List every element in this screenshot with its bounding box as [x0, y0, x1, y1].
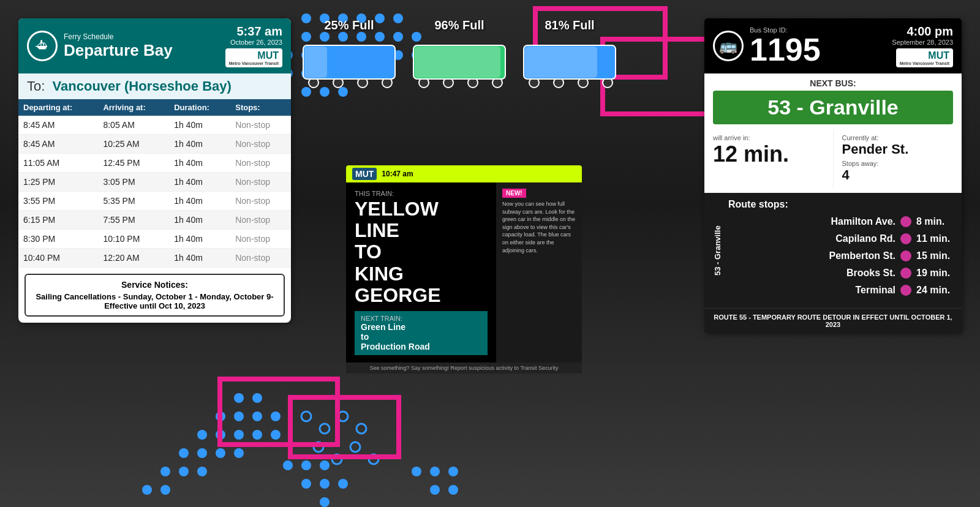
- subway-sign-panel: MUT 10:47 am THIS TRAIN: YELLOW LINETOKI…: [346, 165, 582, 374]
- mvt-logo-bus: MUT Metro Vancouver Transit: [896, 48, 953, 67]
- arrival-left: will arrive in: 12 min.: [704, 129, 834, 188]
- route-stop-dot: [900, 268, 911, 279]
- bus-stop-panel: 🚌 Bus Stop ID: 1195 4:00 pm September 28…: [704, 18, 962, 333]
- duration: 1h 40m: [169, 230, 230, 249]
- ferry-icon: ⛴: [27, 31, 58, 61]
- route-stop-item: Terminal 24 min.: [728, 285, 953, 296]
- stops-away-label: Stops away:: [842, 160, 954, 167]
- sign-new-badge: NEW!: [502, 189, 526, 198]
- route-stop-dot: [900, 233, 911, 244]
- route-stop-name: Capilano Rd.: [728, 233, 895, 244]
- route-stop-time: 15 min.: [916, 250, 953, 261]
- ferry-table-row: 6:15 PM 7:55 PM 1h 40m Non-stop: [18, 211, 291, 230]
- route-stop-name: Terminal: [728, 285, 895, 296]
- ferry-header: ⛴ Ferry Schedule Departure Bay 5:37 am O…: [18, 18, 291, 73]
- ferry-table-row: 3:55 PM 5:35 PM 1h 40m Non-stop: [18, 192, 291, 211]
- subway-sign-time: 10:47 am: [382, 170, 413, 178]
- stops: Non-stop: [230, 116, 291, 135]
- train-car-svg: [410, 36, 508, 91]
- ferry-to-label: To:: [27, 78, 45, 94]
- depart-time: 8:30 PM: [18, 230, 98, 249]
- bus-stop-number: 1195: [750, 34, 821, 66]
- route-stop-dot: [900, 250, 911, 261]
- stops-away-num: 4: [842, 167, 954, 183]
- train-car-2: 81% Full: [521, 18, 619, 94]
- sign-new-text: Now you can see how full subway cars are…: [502, 200, 576, 254]
- bus-icon: 🚌: [713, 31, 744, 61]
- ferry-notices: Service Notices: Sailing Cancellations -…: [24, 274, 285, 317]
- stops: Non-stop: [230, 192, 291, 211]
- duration: 1h 40m: [169, 211, 230, 230]
- bus-date: September 28, 2023: [892, 39, 953, 46]
- route-stops-container: Hamilton Ave. 8 min. Capilano Rd. 11 min…: [728, 216, 953, 296]
- arrive-time: 12:45 PM: [98, 154, 169, 173]
- ferry-table-row: 10:40 PM 12:20 AM 1h 40m Non-stop: [18, 249, 291, 268]
- sign-right: NEW! Now you can see how full subway car…: [496, 182, 582, 362]
- duration: 1h 40m: [169, 116, 230, 135]
- svg-rect-100: [525, 47, 597, 78]
- arrival-time-big: 12 min.: [713, 141, 824, 167]
- sign-next-train: NEXT TRAIN: Green Line to Production Roa…: [355, 311, 488, 355]
- bus-header-left: 🚌 Bus Stop ID: 1195: [713, 26, 821, 66]
- arrive-time: 5:35 PM: [98, 192, 169, 211]
- route-stop-dot: [900, 216, 911, 227]
- stops: Non-stop: [230, 173, 291, 192]
- route-stop-name: Pemberton St.: [728, 250, 895, 261]
- sign-this-train-label: THIS TRAIN:: [355, 190, 488, 197]
- ferry-header-right: 5:37 am October 26, 2023 MUT Metro Vanco…: [225, 24, 282, 67]
- route-sidebar-label: 53 - Granville: [713, 199, 722, 302]
- bus-time: 4:00 pm: [892, 24, 953, 39]
- train-car-svg: [521, 36, 619, 91]
- train-car-svg: [300, 36, 398, 91]
- ferry-schedule-panel: ⛴ Ferry Schedule Departure Bay 5:37 am O…: [18, 18, 291, 323]
- sign-next-train-name: Green Line to Production Road: [361, 322, 481, 351]
- ferry-date: October 26, 2023: [225, 39, 282, 46]
- ferry-schedule-table: Departing at: Arriving at: Duration: Sto…: [18, 99, 291, 268]
- depart-time: 8:45 AM: [18, 135, 98, 154]
- ferry-notices-title: Service Notices:: [33, 280, 276, 290]
- bus-header-right: 4:00 pm September 28, 2023 MUT Metro Van…: [892, 24, 953, 67]
- next-bus-section: NEXT BUS: 53 - Granville: [704, 73, 962, 129]
- route-stop-time: 11 min.: [916, 233, 953, 244]
- train-car-1: 96% Full: [410, 18, 508, 94]
- will-arrive-label: will arrive in:: [713, 134, 824, 141]
- capacity-label: 25% Full: [300, 18, 398, 32]
- arrive-time: 10:10 PM: [98, 230, 169, 249]
- capacity-label: 96% Full: [410, 18, 508, 32]
- svg-rect-80: [304, 47, 327, 78]
- ferry-schedule-text: Ferry Schedule: [64, 32, 173, 41]
- arrive-time: 10:25 AM: [98, 135, 169, 154]
- duration: 1h 40m: [169, 249, 230, 268]
- route-stop-name: Brooks St.: [728, 268, 895, 279]
- train-car-0: 25% Full: [300, 18, 398, 94]
- ferry-notices-text: Sailing Cancellations - Sunday, October …: [33, 292, 276, 310]
- depart-time: 3:55 PM: [18, 192, 98, 211]
- ferry-table-row: 8:45 AM 8:05 AM 1h 40m Non-stop: [18, 116, 291, 135]
- capacity-bars: 25% Full96% Full81% Full: [282, 18, 637, 94]
- ferry-table-row: 1:25 PM 3:05 PM 1h 40m Non-stop: [18, 173, 291, 192]
- col-arrive: Arriving at:: [98, 99, 169, 116]
- route-stop-time: 8 min.: [916, 216, 953, 227]
- ferry-destination-name: Vancouver (Horseshoe Bay): [53, 78, 232, 94]
- ferry-table-row: 11:05 AM 12:45 PM 1h 40m Non-stop: [18, 154, 291, 173]
- route-stop-item: Brooks St. 19 min.: [728, 268, 953, 279]
- currently-at-stop: Pender St.: [842, 141, 954, 157]
- next-bus-route: 53 - Granville: [713, 91, 953, 124]
- stops: Non-stop: [230, 230, 291, 249]
- svg-rect-90: [415, 47, 500, 78]
- ferry-title: Departure Bay: [64, 41, 173, 60]
- arrive-time: 12:20 AM: [98, 249, 169, 268]
- duration: 1h 40m: [169, 154, 230, 173]
- mvt-logo-ferry: MUT Metro Vancouver Transit: [225, 48, 282, 67]
- subway-sign-header: MUT 10:47 am: [346, 165, 582, 182]
- depart-time: 1:25 PM: [18, 173, 98, 192]
- ferry-header-left: ⛴ Ferry Schedule Departure Bay: [27, 31, 173, 61]
- route-stop-name: Hamilton Ave.: [728, 216, 895, 227]
- ferry-table-header-row: Departing at: Arriving at: Duration: Sto…: [18, 99, 291, 116]
- duration: 1h 40m: [169, 192, 230, 211]
- route-stops-section: 53 - Granville Route stops: Hamilton Ave…: [704, 193, 962, 308]
- sign-next-train-label: NEXT TRAIN:: [361, 315, 481, 322]
- arrive-time: 3:05 PM: [98, 173, 169, 192]
- depart-time: 10:40 PM: [18, 249, 98, 268]
- bus-stop-info: Bus Stop ID: 1195: [750, 26, 821, 66]
